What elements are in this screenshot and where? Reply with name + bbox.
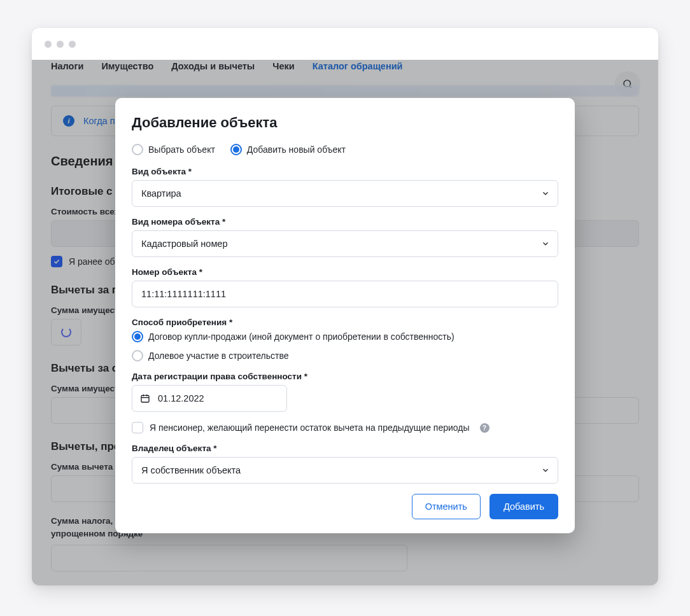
radio-select-object[interactable]: Выбрать объект: [132, 144, 215, 155]
label-acquisition-method: Способ приобретения *: [132, 318, 558, 327]
label-reg-date: Дата регистрации права собственности *: [132, 372, 558, 381]
select-object-type[interactable]: Квартира: [132, 180, 558, 207]
label-number-type: Вид номера объекта *: [132, 217, 558, 227]
radio-icon-selected: [132, 331, 143, 342]
cancel-button[interactable]: Отменить: [412, 494, 481, 519]
radio-icon: [132, 350, 143, 361]
radio-icon-selected: [230, 144, 242, 155]
svg-rect-2: [141, 395, 149, 402]
chevron-down-icon: [541, 239, 550, 248]
label-object-number: Номер объекта *: [132, 267, 558, 277]
radio-method-share-label: Долевое участие в строительстве: [148, 351, 288, 361]
app-window: Налоги Имущество Доходы и вычеты Чеки Ка…: [32, 28, 658, 585]
select-owner-value: Я собственник объекта: [141, 465, 241, 475]
radio-select-label: Выбрать объект: [148, 144, 215, 155]
help-icon[interactable]: ?: [480, 423, 489, 433]
select-number-type[interactable]: Кадастровый номер: [132, 230, 558, 257]
select-object-type-value: Квартира: [141, 188, 181, 199]
modal-overlay[interactable]: Добавление объекта Выбрать объект Добави…: [32, 60, 658, 585]
radio-method-purchase[interactable]: Договор купли-продажи (иной документ о п…: [132, 331, 558, 342]
checkbox-pensioner[interactable]: [132, 422, 143, 433]
chevron-down-icon: [541, 189, 550, 198]
calendar-icon: [140, 393, 150, 403]
radio-add-object[interactable]: Добавить новый объект: [230, 144, 346, 155]
label-owner: Владелец объекта *: [132, 444, 558, 453]
input-object-number-value: 11:11:1111111:1111: [141, 289, 226, 299]
radio-method-share[interactable]: Долевое участие в строительстве: [132, 350, 558, 361]
select-number-type-value: Кадастровый номер: [141, 239, 227, 249]
select-owner[interactable]: Я собственник объекта: [132, 457, 558, 484]
radio-method-purchase-label: Договор купли-продажи (иной документ о п…: [148, 332, 454, 342]
radio-icon: [132, 144, 143, 155]
modal-title: Добавление объекта: [132, 115, 558, 131]
label-object-type: Вид объекта *: [132, 167, 558, 176]
input-reg-date-value: 01.12.2022: [158, 393, 204, 403]
input-object-number[interactable]: 11:11:1111111:1111: [132, 281, 558, 307]
add-object-modal: Добавление объекта Выбрать объект Добави…: [115, 98, 575, 533]
add-button[interactable]: Добавить: [489, 494, 558, 519]
mode-radio-group: Выбрать объект Добавить новый объект: [132, 144, 558, 155]
radio-add-label: Добавить новый объект: [247, 144, 346, 155]
checkbox-pensioner-label: Я пенсионер, желающий перенести остаток …: [150, 423, 470, 433]
chevron-down-icon: [541, 466, 550, 475]
input-reg-date[interactable]: 01.12.2022: [132, 385, 287, 412]
